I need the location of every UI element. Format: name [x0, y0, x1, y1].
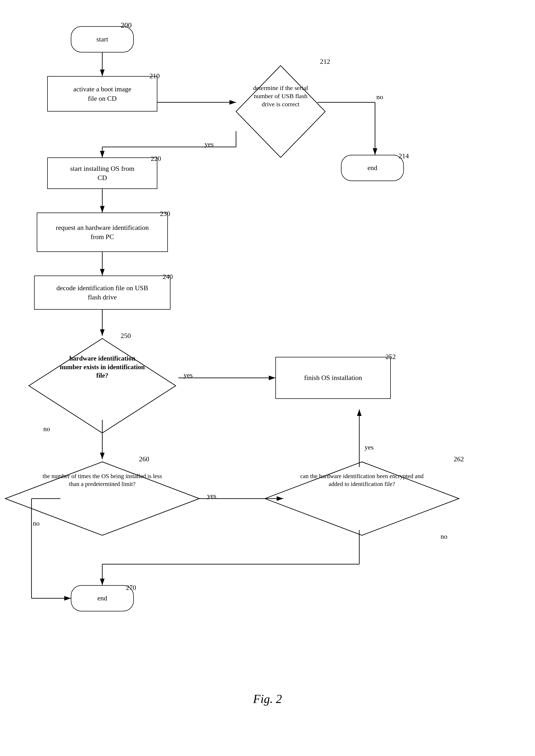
node-230-text: request an hardware identification from … — [56, 223, 149, 242]
node-240-text: decode identification file on USB flash … — [56, 283, 148, 302]
node-210: activate a boot image file on CD — [47, 76, 157, 111]
node-230: request an hardware identification from … — [37, 213, 168, 252]
no3-label: no — [33, 520, 40, 527]
yes1-label: yes — [205, 140, 214, 148]
node-250-diamond: hardware identification number exists in… — [26, 336, 178, 436]
node-210-text: activate a boot image file on CD — [73, 84, 131, 103]
no4-label: no — [440, 533, 447, 540]
ref-270: 270 — [126, 584, 136, 592]
ref-200: 200 — [121, 21, 132, 29]
ref-212: 212 — [320, 58, 330, 66]
ref-220: 220 — [151, 155, 161, 163]
node-270-text: end — [97, 594, 107, 603]
node-220: start installing OS from CD — [47, 158, 157, 189]
figure-caption: Fig. 2 — [0, 692, 535, 706]
node-262-diamond: can the hardware identification been enc… — [262, 459, 462, 538]
node-252: finish OS installation — [275, 357, 391, 399]
start-label: start — [97, 35, 108, 44]
yes3-label: yes — [207, 492, 216, 500]
no2-label: no — [43, 425, 50, 433]
node-252-text: finish OS installation — [304, 373, 362, 382]
ref-252: 252 — [385, 353, 396, 361]
yes4-label: yes — [365, 444, 374, 451]
no1-label: no — [376, 93, 383, 101]
ref-250: 250 — [121, 332, 131, 340]
node-214: end — [341, 155, 404, 181]
yes2-label: yes — [183, 371, 193, 379]
node-212-diamond: determine if the serial number of USB fl… — [234, 63, 328, 160]
node-270: end — [71, 585, 134, 611]
ref-262: 262 — [454, 455, 464, 463]
ref-210: 210 — [150, 72, 160, 80]
flowchart-diagram: start 200 activate a boot image file on … — [0, 0, 535, 722]
ref-214: 214 — [399, 152, 409, 160]
node-220-text: start installing OS from CD — [70, 164, 134, 182]
ref-230: 230 — [160, 210, 170, 218]
node-260-diamond: the number of times the OS being install… — [3, 459, 202, 538]
node-240: decode identification file on USB flash … — [34, 276, 170, 310]
node-214-text: end — [367, 163, 378, 172]
ref-260: 260 — [139, 455, 149, 463]
start-node: start — [71, 26, 134, 52]
ref-240: 240 — [163, 273, 173, 281]
